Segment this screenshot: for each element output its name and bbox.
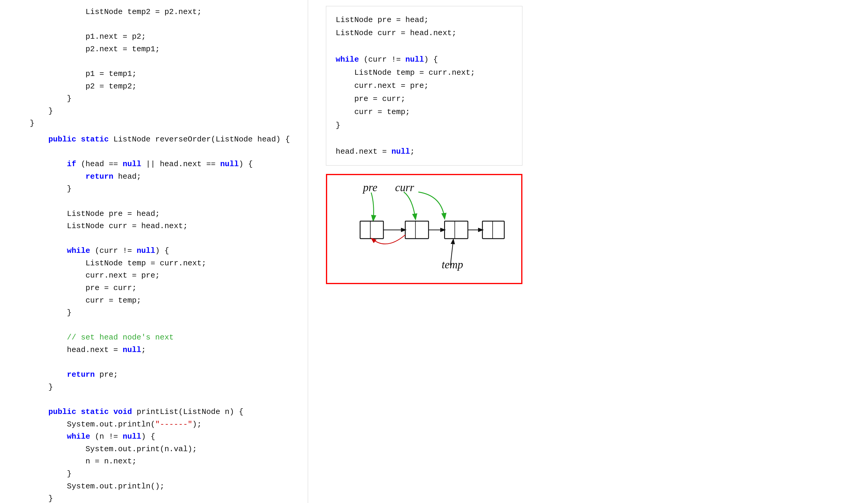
svg-rect-8: [482, 221, 504, 239]
svg-rect-6: [444, 221, 468, 239]
diagram-box: pre curr: [326, 174, 523, 284]
svg-rect-4: [405, 221, 428, 239]
diagram-svg: pre curr: [327, 175, 521, 283]
right-panel: ListNode pre = head; ListNode curr = hea…: [308, 0, 868, 503]
svg-text:pre: pre: [362, 181, 377, 194]
svg-text:temp: temp: [442, 258, 463, 271]
svg-rect-2: [360, 221, 383, 239]
left-panel: ListNode temp2 = p2.next; p1.next = p2; …: [0, 0, 308, 503]
svg-text:curr: curr: [395, 181, 414, 194]
reverse-order-code: public static ListNode reverseOrder(List…: [30, 133, 290, 503]
right-code-box: ListNode pre = head; ListNode curr = hea…: [326, 6, 523, 166]
top-code-block: ListNode temp2 = p2.next; p1.next = p2; …: [30, 6, 290, 130]
